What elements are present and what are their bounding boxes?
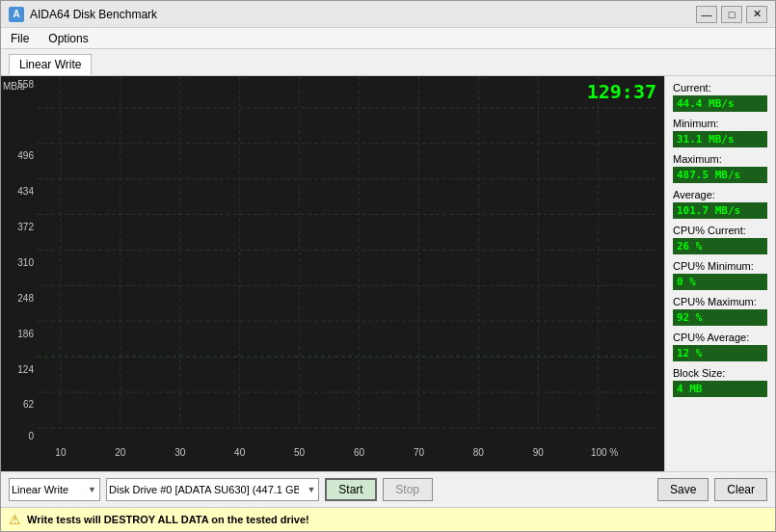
cpu-average-label: CPU% Average:	[673, 332, 767, 343]
stat-block-size: Block Size: 4 MB	[673, 367, 767, 397]
svg-text:434: 434	[17, 186, 34, 197]
maximize-button[interactable]: □	[721, 6, 742, 23]
svg-text:124: 124	[17, 364, 34, 375]
title-bar-controls: — □ ✕	[696, 6, 767, 23]
average-value: 101.7 MB/s	[673, 202, 767, 219]
svg-text:310: 310	[17, 257, 34, 268]
svg-text:50: 50	[294, 447, 306, 458]
svg-text:10: 10	[55, 447, 67, 458]
svg-text:40: 40	[234, 447, 246, 458]
svg-text:558: 558	[17, 79, 34, 90]
save-button[interactable]: Save	[657, 478, 709, 501]
svg-text:62: 62	[23, 399, 35, 410]
stat-cpu-average: CPU% Average: 12 %	[673, 332, 767, 361]
cpu-average-value: 12 %	[673, 345, 767, 361]
stats-panel: Current: 44.4 MB/s Minimum: 31.1 MB/s Ma…	[664, 76, 775, 471]
title-bar: A AIDA64 Disk Benchmark — □ ✕	[1, 1, 775, 28]
title-bar-left: A AIDA64 Disk Benchmark	[9, 7, 157, 22]
warning-icon: ⚠	[9, 512, 21, 527]
svg-text:372: 372	[17, 222, 34, 232]
svg-text:30: 30	[174, 447, 186, 458]
cpu-current-label: CPU% Current:	[673, 225, 767, 236]
stat-cpu-maximum: CPU% Maximum: 92 %	[673, 296, 767, 326]
svg-text:248: 248	[17, 293, 34, 304]
tab-linear-write[interactable]: Linear Write	[9, 54, 92, 75]
svg-text:0: 0	[28, 431, 34, 441]
svg-text:496: 496	[17, 150, 34, 161]
block-size-label: Block Size:	[673, 367, 767, 379]
content-area: 129:37 MB/s	[1, 76, 775, 471]
minimum-value: 31.1 MB/s	[673, 131, 767, 147]
stat-current: Current: 44.4 MB/s	[673, 82, 767, 112]
svg-text:186: 186	[17, 329, 34, 339]
average-label: Average:	[673, 189, 767, 200]
svg-text:70: 70	[414, 447, 425, 458]
stat-minimum: Minimum: 31.1 MB/s	[673, 118, 767, 147]
chart-svg: MB/s	[1, 76, 664, 471]
menu-options[interactable]: Options	[42, 30, 94, 47]
maximum-value: 487.5 MB/s	[673, 167, 767, 183]
svg-text:80: 80	[473, 447, 485, 458]
warning-bar: ⚠ Write tests will DESTROY ALL DATA on t…	[1, 507, 775, 531]
test-type-wrapper: Linear WriteLinear ReadRandom WriteRando…	[9, 478, 100, 501]
tab-bar: Linear Write	[1, 49, 775, 76]
current-value: 44.4 MB/s	[673, 95, 767, 112]
drive-select-wrapper: Disk Drive #0 [ADATA SU630] (447.1 GB)	[106, 478, 319, 501]
bottom-controls: Linear WriteLinear ReadRandom WriteRando…	[1, 471, 775, 507]
minimum-label: Minimum:	[673, 118, 767, 129]
close-button[interactable]: ✕	[746, 6, 767, 23]
block-size-value: 4 MB	[673, 381, 767, 397]
cpu-current-value: 26 %	[673, 238, 767, 254]
menu-file[interactable]: File	[5, 30, 35, 47]
stat-cpu-current: CPU% Current: 26 %	[673, 225, 767, 254]
window-title: AIDA64 Disk Benchmark	[30, 8, 157, 21]
warning-text: Write tests will DESTROY ALL DATA on the…	[27, 514, 309, 525]
cpu-maximum-label: CPU% Maximum:	[673, 296, 767, 307]
drive-select[interactable]: Disk Drive #0 [ADATA SU630] (447.1 GB)	[106, 478, 319, 501]
svg-rect-0	[1, 76, 664, 471]
cpu-maximum-value: 92 %	[673, 309, 767, 326]
svg-text:90: 90	[533, 447, 545, 458]
stat-average: Average: 101.7 MB/s	[673, 189, 767, 219]
app-icon: A	[9, 7, 24, 22]
clear-button[interactable]: Clear	[714, 478, 767, 501]
cpu-minimum-label: CPU% Minimum:	[673, 260, 767, 272]
svg-text:100 %: 100 %	[591, 447, 618, 458]
stop-button[interactable]: Stop	[383, 478, 433, 501]
menu-bar: File Options	[1, 28, 775, 49]
test-type-select[interactable]: Linear WriteLinear ReadRandom WriteRando…	[9, 478, 100, 501]
start-button[interactable]: Start	[325, 478, 376, 501]
svg-text:60: 60	[354, 447, 365, 458]
minimize-button[interactable]: —	[696, 6, 717, 23]
stat-cpu-minimum: CPU% Minimum: 0 %	[673, 260, 767, 290]
chart-area: 129:37 MB/s	[1, 76, 664, 471]
current-label: Current:	[673, 82, 767, 93]
maximum-label: Maximum:	[673, 153, 767, 165]
stat-maximum: Maximum: 487.5 MB/s	[673, 153, 767, 183]
time-display: 129:37	[587, 80, 656, 103]
svg-text:20: 20	[115, 447, 126, 458]
cpu-minimum-value: 0 %	[673, 274, 767, 290]
chart-container: 129:37 MB/s	[1, 76, 664, 471]
main-window: A AIDA64 Disk Benchmark — □ ✕ File Optio…	[0, 0, 776, 532]
